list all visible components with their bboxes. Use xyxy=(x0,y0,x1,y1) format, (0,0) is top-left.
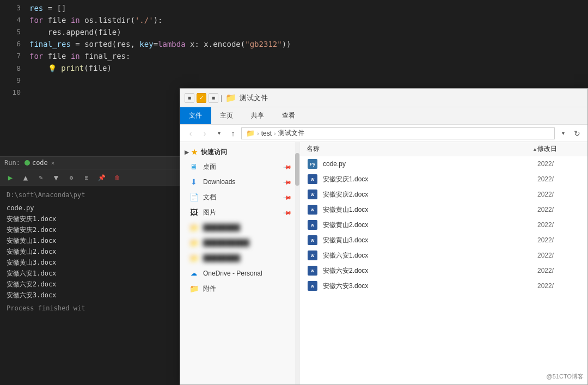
blurred-label-2: ██████████ xyxy=(203,239,291,247)
quick-access-header[interactable]: ▶ ★ 快速访问 xyxy=(180,145,299,159)
sidebar-item-onedrive[interactable]: ☁ OneDrive - Personal xyxy=(180,266,299,281)
file-name-5: 安徽黄山3.docx xyxy=(323,236,537,245)
pin-icon-pics: 📌 xyxy=(283,208,292,217)
sort-arrow: ▲ xyxy=(532,146,537,152)
file-name-3: 安徽黄山1.docx xyxy=(323,205,537,215)
line-number: 4 xyxy=(4,14,21,26)
col-modified-header[interactable]: 修改日 xyxy=(537,144,581,154)
file-date-5: 2022/ xyxy=(537,236,581,244)
file-icon-docx-1: W xyxy=(307,173,318,185)
filelist-header: 名称 ▲ 修改日 xyxy=(300,142,587,156)
file-row-7[interactable]: W 安徽六安2.docx 2022/ xyxy=(300,263,587,278)
console-path: D:\soft\Anaconda\pyt xyxy=(7,190,179,200)
run-tab-bar: Run: code × xyxy=(0,157,185,169)
documents-folder-icon: 📄 xyxy=(189,192,199,202)
output-line-2: 安徽安庆2.docx xyxy=(7,224,179,235)
desktop-label: 桌面 xyxy=(203,162,284,172)
pictures-label: 图片 xyxy=(203,208,284,217)
sidebar-item-blurred-2[interactable]: 📁 ██████████ xyxy=(180,235,299,250)
file-row-3[interactable]: W 安徽黄山1.docx 2022/ xyxy=(300,202,587,217)
sidebar-item-blurred-1[interactable]: 📁 ████████ xyxy=(180,220,299,235)
code-content: 💡 print(file) xyxy=(29,62,112,75)
blurred-folder-icon-3: 📁 xyxy=(189,253,199,263)
file-date-3: 2022/ xyxy=(537,206,581,213)
file-icon-docx-5: W xyxy=(307,234,318,246)
downloads-icon: ⬇ xyxy=(189,177,199,187)
code-content: for file in final_res: xyxy=(29,50,130,62)
watermark: @51CTO博客 xyxy=(547,372,584,381)
titlebar-btn-2[interactable]: ✓ xyxy=(197,93,206,103)
sidebar-item-documents[interactable]: 📄 文档 📌 xyxy=(180,190,299,205)
nav-dropdown-button[interactable]: ▾ xyxy=(213,127,225,139)
nav-back-button[interactable]: ‹ xyxy=(185,127,197,139)
delete-button[interactable]: 🗑 xyxy=(111,172,123,184)
sidebar-item-blurred-3[interactable]: 📁 ████████ xyxy=(180,250,299,266)
sidebar-item-attachments[interactable]: 📁 附件 xyxy=(180,281,299,296)
titlebar-btn-1[interactable]: ■ xyxy=(185,93,194,103)
sidebar-item-desktop[interactable]: 🖥 桌面 📌 xyxy=(180,159,299,174)
address-dropdown-button[interactable]: ▾ xyxy=(557,127,569,139)
python-file-icon: Py xyxy=(308,159,317,169)
file-row-8[interactable]: W 安徽六安3.docx 2022/ xyxy=(300,278,587,294)
run-tab-name[interactable]: code xyxy=(32,159,48,167)
path-part-test: test xyxy=(261,130,272,137)
pin-button[interactable]: 📌 xyxy=(96,172,108,184)
ribbon-tab-file[interactable]: 文件 xyxy=(180,107,211,124)
window-title: 测试文件 xyxy=(240,93,583,103)
settings-button[interactable]: ⚙ xyxy=(65,172,77,184)
file-date-2: 2022/ xyxy=(537,191,581,198)
code-area: 3 res = [] 4 for file in os.listdir('./'… xyxy=(0,0,588,101)
file-row-2[interactable]: W 安徽安庆2.docx 2022/ xyxy=(300,187,587,202)
play-button[interactable]: ▶ xyxy=(4,172,16,184)
output-line-8: 安徽六安3.docx xyxy=(7,290,179,301)
address-path-bar[interactable]: 📁 › test › 测试文件 xyxy=(241,127,555,139)
quick-access-icon: ★ xyxy=(191,148,198,156)
code-line-7: 7 for file in final_res: xyxy=(0,50,588,62)
output-line-3: 安徽黄山1.docx xyxy=(7,235,179,246)
run-label: Run: xyxy=(4,159,20,167)
line-number: 9 xyxy=(4,75,21,87)
path-separator-2: › xyxy=(274,130,276,137)
word-file-icon-5: W xyxy=(308,235,317,245)
titlebar-btn-3[interactable]: ■ xyxy=(209,93,218,103)
ribbon-tab-share[interactable]: 共享 xyxy=(242,107,273,124)
file-row-0[interactable]: Py code.py 2022/ xyxy=(300,156,587,172)
close-run-tab[interactable]: × xyxy=(51,160,55,167)
scroll-down-button[interactable]: ▼ xyxy=(50,172,62,184)
word-file-icon-1: W xyxy=(308,174,317,184)
line-number: 6 xyxy=(4,38,21,50)
sidebar-scrollbar-thumb[interactable] xyxy=(295,153,299,186)
sidebar-item-downloads[interactable]: ⬇ Downloads 📌 xyxy=(180,174,299,190)
ribbon-tab-view[interactable]: 查看 xyxy=(273,107,304,124)
nav-forward-button[interactable]: › xyxy=(199,127,211,139)
refresh-button[interactable]: ↻ xyxy=(571,127,583,139)
onedrive-icon: ☁ xyxy=(189,268,199,278)
line-number: 8 xyxy=(4,63,21,75)
nav-up-button[interactable]: ↑ xyxy=(227,127,239,139)
file-explorer-window: ■ ✓ ■ | 📁 测试文件 文件 主页 共享 查看 ‹ › ▾ ↑ 📁 › t… xyxy=(180,88,588,385)
onedrive-label: OneDrive - Personal xyxy=(203,270,291,277)
col-name-header[interactable]: 名称 xyxy=(307,144,530,154)
desktop-folder-icon: 🖥 xyxy=(189,162,199,172)
scroll-up-button[interactable]: ▲ xyxy=(20,172,32,184)
quick-access-label: 快速访问 xyxy=(201,148,227,157)
file-list: 名称 ▲ 修改日 Py code.py 2022/ W 安徽安庆1.docx 2… xyxy=(300,142,587,384)
file-row-1[interactable]: W 安徽安庆1.docx 2022/ xyxy=(300,172,587,187)
attachments-folder-icon: 📁 xyxy=(189,284,199,294)
file-row-6[interactable]: W 安徽六安1.docx 2022/ xyxy=(300,248,587,263)
blurred-folder-icon-2: 📁 xyxy=(189,238,199,248)
sidebar-item-pictures[interactable]: 🖼 图片 📌 xyxy=(180,205,299,220)
file-row-5[interactable]: W 安徽黄山3.docx 2022/ xyxy=(300,233,587,248)
ribbon-tab-home[interactable]: 主页 xyxy=(211,107,242,124)
blurred-label-1: ████████ xyxy=(203,224,291,231)
file-name-2: 安徽安庆2.docx xyxy=(323,190,537,199)
file-name-7: 安徽六安2.docx xyxy=(323,266,537,276)
file-name-8: 安徽六安3.docx xyxy=(323,282,537,291)
file-row-4[interactable]: W 安徽黄山2.docx 2022/ xyxy=(300,217,587,233)
edit-button[interactable]: ✎ xyxy=(35,172,47,184)
code-line-5: 5 res.append(file) xyxy=(0,26,588,38)
path-part-folder: 测试文件 xyxy=(278,129,304,138)
sidebar-scrollbar-track[interactable] xyxy=(295,142,299,384)
output-line-7: 安徽六安2.docx xyxy=(7,279,179,290)
copy-button[interactable]: ⊞ xyxy=(81,172,93,184)
